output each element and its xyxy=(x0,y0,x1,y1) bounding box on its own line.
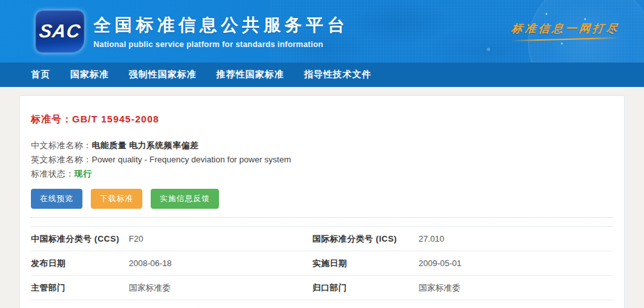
status-label: 标准状态： xyxy=(31,169,75,178)
standard-number-label: 标准号： xyxy=(31,113,72,124)
competent-dept-value: 国家标准委 xyxy=(129,282,312,294)
cn-name-label: 中文标准名称： xyxy=(31,140,92,150)
slogan-text: 标准信息一网打尽 xyxy=(511,21,620,36)
page-body: 标准号：GB/T 15945-2008 中文标准名称：电能质量 电力系统频率偏差… xyxy=(0,87,644,308)
ics-label: 国际标准分类号 (ICS) xyxy=(312,233,419,245)
en-name-row: 英文标准名称：Power quality - Frequency deviati… xyxy=(31,153,613,167)
table-row: 中国标准分类号 (CCS) F20 国际标准分类号 (ICS) 27.010 xyxy=(31,226,613,251)
publish-date-label: 发布日期 xyxy=(31,258,129,269)
site-titles: 全国标准信息公共服务平台 National public service pla… xyxy=(93,14,348,49)
details-table: 中国标准分类号 (CCS) F20 国际标准分类号 (ICS) 27.010 发… xyxy=(31,226,613,308)
table-row: 主管部门 国家标准委 归口部门 国家标准委 xyxy=(31,275,613,300)
implementation-feedback-button[interactable]: 实施信息反馈 xyxy=(151,189,219,209)
nav-item-mandatory-standards[interactable]: 强制性国家标准 xyxy=(129,69,196,81)
centralized-dept-value: 国家标准委 xyxy=(419,282,613,294)
standard-number-line: 标准号：GB/T 15945-2008 xyxy=(31,113,613,126)
publish-date-value: 2008-06-18 xyxy=(129,258,312,268)
en-name-label: 英文标准名称： xyxy=(31,155,92,164)
sac-logo[interactable]: SAC xyxy=(35,10,84,53)
download-standard-button[interactable]: 下载标准 xyxy=(91,189,142,209)
slogan: 标准信息一网打尽 xyxy=(511,21,620,40)
nav-item-home[interactable]: 首页 xyxy=(31,69,50,81)
standard-detail-card: 标准号：GB/T 15945-2008 中文标准名称：电能质量 电力系统频率偏差… xyxy=(19,95,625,308)
site-title-en: National public service platform for sta… xyxy=(93,40,348,49)
implement-date-value: 2009-05-01 xyxy=(419,258,613,268)
status-row: 标准状态：现行 xyxy=(31,167,613,181)
dotted-divider xyxy=(31,217,613,218)
standard-number-value: GB/T 15945-2008 xyxy=(72,113,159,124)
nav-item-recommended-standards[interactable]: 推荐性国家标准 xyxy=(216,69,284,81)
centralized-dept-label: 归口部门 xyxy=(312,282,419,294)
nav-item-national-standards[interactable]: 国家标准 xyxy=(70,69,109,81)
action-buttons: 在线预览 下载标准 实施信息反馈 xyxy=(31,189,613,209)
implement-date-label: 实施日期 xyxy=(312,258,419,269)
cn-name-value: 电能质量 电力系统频率偏差 xyxy=(92,140,199,150)
en-name-value: Power quality - Frequency deviation for … xyxy=(92,155,291,164)
competent-dept-label: 主管部门 xyxy=(31,282,129,294)
ics-value: 27.010 xyxy=(419,234,613,244)
nav-item-guiding-documents[interactable]: 指导性技术文件 xyxy=(304,69,372,81)
sac-logo-text: SAC xyxy=(38,21,82,42)
status-badge: 现行 xyxy=(75,169,93,178)
nav-list: 首页 国家标准 强制性国家标准 推荐性国家标准 指导性技术文件 xyxy=(0,69,372,81)
site-title-cn: 全国标准信息公共服务平台 xyxy=(93,14,348,37)
ccs-value: F20 xyxy=(129,234,312,244)
online-preview-button[interactable]: 在线预览 xyxy=(31,189,82,209)
table-row: 发布日期 2008-06-18 实施日期 2009-05-01 xyxy=(31,251,613,275)
cn-name-row: 中文标准名称：电能质量 电力系统频率偏差 xyxy=(31,139,613,153)
table-row: 发布单位 中华人民共和国国家质量监督检验检疫总局、中国国家标准化管理委员会 xyxy=(31,300,613,308)
main-nav: 首页 国家标准 强制性国家标准 推荐性国家标准 指导性技术文件 xyxy=(0,63,644,87)
ccs-label: 中国标准分类号 (CCS) xyxy=(31,233,129,245)
standard-names: 中文标准名称：电能质量 电力系统频率偏差 英文标准名称：Power qualit… xyxy=(31,139,613,181)
site-header: SAC 全国标准信息公共服务平台 National public service… xyxy=(0,0,644,63)
